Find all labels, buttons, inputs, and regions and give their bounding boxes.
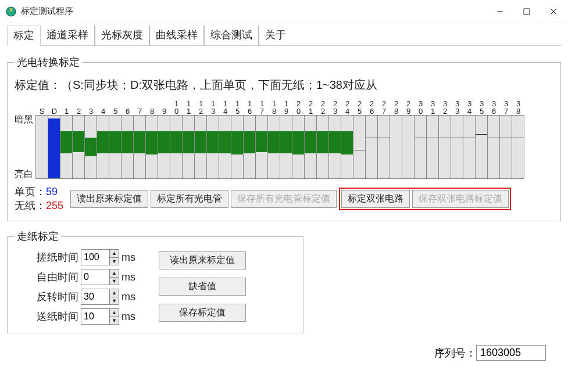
column-label: 38 <box>516 99 520 115</box>
bar-fill <box>219 131 231 153</box>
bar-slot <box>170 115 183 179</box>
free-up-icon[interactable]: ▲ <box>110 269 119 278</box>
y-label-bottom: 亮白 <box>15 170 33 179</box>
chart-column: 37 <box>500 99 512 179</box>
free-input[interactable] <box>81 269 109 285</box>
save-all-button[interactable]: 保存所有光电管标定值 <box>231 190 337 208</box>
chart-column: 21 <box>305 99 317 179</box>
reverse-input[interactable] <box>81 289 109 304</box>
chart-column: 33 <box>451 99 463 179</box>
bar-slot <box>35 115 48 179</box>
column-label: 19 <box>284 99 288 115</box>
bar-slot <box>48 115 60 179</box>
chart-column: 24 <box>341 99 353 179</box>
chart-column: 27 <box>378 99 390 179</box>
column-label: 30 <box>419 99 423 115</box>
feed-input[interactable] <box>81 309 109 324</box>
paper-defaults-button[interactable]: 缺省值 <box>159 278 246 296</box>
chart-column: 22 <box>317 99 329 179</box>
svg-rect-3 <box>524 9 530 15</box>
close-button[interactable] <box>540 3 567 20</box>
bar-slot <box>328 115 341 179</box>
bar-slot <box>390 115 402 179</box>
bar-tick <box>366 138 377 138</box>
calibrate-all-button[interactable]: 标定所有光电管 <box>151 190 228 208</box>
chart-column: 15 <box>231 99 244 179</box>
bar-fill <box>134 131 145 153</box>
rub-unit: ms <box>122 251 135 264</box>
paper-group-legend: 走纸标定 <box>15 229 61 243</box>
column-label: 11 <box>187 99 191 115</box>
bar-fill <box>73 131 84 152</box>
bar-slot <box>133 115 146 179</box>
bar-slot <box>426 115 439 179</box>
maximize-button[interactable] <box>513 3 540 20</box>
serial-label: 序列号： <box>434 346 476 360</box>
tab-5[interactable]: 关于 <box>259 26 292 45</box>
reverse-spinner[interactable]: ▲▼ <box>81 289 119 305</box>
chart-column: 10 <box>170 99 183 179</box>
bar-tick <box>488 138 499 138</box>
bar-fill <box>207 131 219 153</box>
bar-slot <box>231 115 244 179</box>
nopaper-label: 无纸： <box>15 200 46 211</box>
bar-slot <box>292 115 305 179</box>
bar-slot <box>60 115 73 179</box>
feed-up-icon[interactable]: ▲ <box>110 309 119 317</box>
tab-2[interactable]: 光标灰度 <box>95 26 150 45</box>
paper-read-original-button[interactable]: 读出原来标定值 <box>159 251 246 269</box>
chart-column: 29 <box>402 99 415 179</box>
chart-column: 7 <box>134 99 146 179</box>
rub-spinner[interactable]: ▲▼ <box>81 249 119 265</box>
bar-fill <box>146 131 158 154</box>
bar-tick <box>476 134 487 135</box>
tab-0[interactable]: 标定 <box>7 26 41 46</box>
chart-column: 12 <box>195 99 207 179</box>
feed-down-icon[interactable]: ▼ <box>110 317 119 325</box>
bar-tick <box>378 138 390 138</box>
chart-column: 36 <box>488 99 500 179</box>
chart-y-labels: 暗黑 亮白 <box>15 115 35 179</box>
chart-column: 28 <box>390 99 402 179</box>
column-label: 6 <box>126 99 130 115</box>
calibrate-double-button[interactable]: 标定双张电路 <box>341 190 410 208</box>
bar-slot <box>182 115 195 179</box>
feed-spinner[interactable]: ▲▼ <box>81 308 119 325</box>
chart-column: 34 <box>463 99 476 179</box>
bar-slot <box>84 115 97 179</box>
read-original-button[interactable]: 读出原来标定值 <box>70 190 148 208</box>
rub-down-icon[interactable]: ▼ <box>110 258 119 265</box>
chart-column: D <box>48 99 60 179</box>
minimize-button[interactable] <box>487 3 513 20</box>
reverse-up-icon[interactable]: ▲ <box>110 289 119 297</box>
column-label: 2 <box>77 99 81 115</box>
chart-column: 30 <box>415 99 427 179</box>
rub-input[interactable] <box>81 250 109 265</box>
chart-column: 25 <box>353 99 366 179</box>
free-down-icon[interactable]: ▼ <box>110 278 119 285</box>
column-label: 31 <box>431 99 435 115</box>
bar-tick <box>500 138 512 138</box>
serial-row: 序列号： <box>7 341 561 364</box>
save-double-button[interactable]: 保存双张电路标定值 <box>412 190 509 208</box>
column-label: 17 <box>260 99 264 115</box>
column-label: 27 <box>382 99 386 115</box>
rub-up-icon[interactable]: ▲ <box>110 250 119 258</box>
reverse-down-icon[interactable]: ▼ <box>110 297 119 305</box>
chart-column: 2 <box>73 99 85 179</box>
bar-fill <box>85 138 97 156</box>
tab-3[interactable]: 曲线采样 <box>150 26 205 45</box>
free-spinner[interactable]: ▲▼ <box>81 269 119 285</box>
column-label: 9 <box>162 99 166 115</box>
tab-4[interactable]: 综合测试 <box>205 26 259 45</box>
column-label: 13 <box>211 99 215 115</box>
svg-rect-1 <box>10 8 12 12</box>
tab-1[interactable]: 通道采样 <box>41 26 95 45</box>
chart-column: S <box>35 99 48 179</box>
serial-input[interactable] <box>476 345 546 361</box>
bar-slot <box>353 115 366 179</box>
feed-time-field: 送纸时间 ▲▼ ms <box>32 308 135 325</box>
paper-save-button[interactable]: 保存标定值 <box>159 304 246 322</box>
bar-fill <box>280 131 292 153</box>
readout-values: 单页：59 无纸：255 <box>15 185 63 213</box>
